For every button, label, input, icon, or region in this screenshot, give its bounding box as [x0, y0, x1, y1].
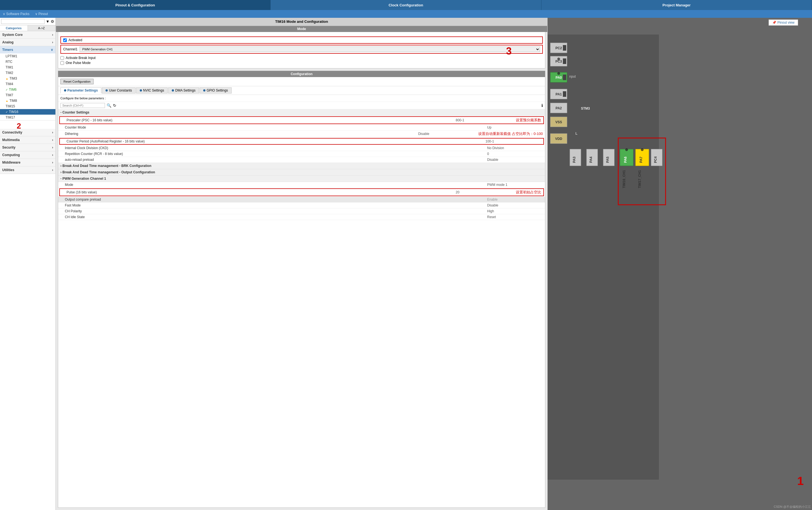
svg-point-40: [625, 148, 628, 151]
section-header-analog[interactable]: Analog ›: [0, 39, 55, 46]
reset-config-button[interactable]: Reset Configuration: [60, 79, 93, 84]
search-input[interactable]: [1, 19, 45, 24]
svg-text:PA3: PA3: [572, 156, 576, 163]
param-counter-period: Counter Period (AutoReload Register - 16…: [59, 138, 544, 145]
param-mode: Mode PWM mode 1: [58, 182, 545, 188]
section-utilities: Utilities ›: [0, 167, 55, 174]
section-computing: Computing ›: [0, 151, 55, 159]
output-header[interactable]: › Break And Dead Time management - Outpu…: [58, 169, 545, 176]
svg-point-38: [557, 72, 560, 75]
section-timers: Timers ∨ LPTIM1 RTC TIM1 TIM2 ▲TIM3 TIM4…: [0, 46, 55, 120]
config-toolbar: Reset Configuration: [58, 77, 545, 86]
param-prescaler: Prescaler (PSC - 16 bits value) 800-1 设置…: [59, 116, 544, 124]
sidebar-item-tim17[interactable]: TIM17: [0, 115, 55, 120]
pinout-view-button[interactable]: 📌 Pinout view: [768, 20, 798, 26]
sidebar-content: System Core › Analog › Timers ∨: [0, 31, 55, 510]
center-panel: TIM16 Mode and Configuration Mode Activa…: [56, 18, 548, 510]
break-input-checkbox[interactable]: [60, 56, 64, 60]
section-counter-settings: - Counter Settings Prescaler (PSC - 16 b…: [58, 109, 545, 163]
brk-header[interactable]: › Break And Dead Time management - BRK C…: [58, 163, 545, 169]
svg-text:TIM16_CH1: TIM16_CH1: [622, 170, 626, 188]
svg-text:VSS: VSS: [555, 120, 562, 124]
svg-rect-7: [563, 58, 566, 64]
config-tabs: Parameter Settings User Constants NVIC S…: [58, 86, 545, 95]
section-output: › Break And Dead Time management - Outpu…: [58, 169, 545, 176]
svg-rect-1: [548, 34, 659, 480]
warning-icon: ▲: [6, 99, 8, 102]
expand-icon: ▼: [46, 19, 50, 24]
section-header-connectivity[interactable]: Connectivity ›: [0, 129, 55, 136]
chevron-down-icon: ∨: [51, 48, 53, 52]
section-system-core: System Core ›: [0, 31, 55, 39]
sidebar-tab-bar: Categories A->Z: [0, 25, 55, 31]
channel-select[interactable]: PWM Generation CH1: [80, 47, 540, 52]
break-input-label: Activate Break Input: [66, 56, 95, 60]
svg-text:PA1: PA1: [556, 92, 562, 96]
section-header-timers[interactable]: Timers ∨: [0, 46, 55, 53]
top-navigation: Pinout & Configuration Clock Configurati…: [0, 0, 812, 10]
annotation-1: 1: [797, 474, 804, 488]
sidebar-item-tim2[interactable]: TIM2: [0, 70, 55, 76]
tab-parameter-settings[interactable]: Parameter Settings: [60, 87, 101, 93]
section-header-middleware[interactable]: Middleware ›: [0, 159, 55, 166]
subnav-pinout[interactable]: ∨ Pinout: [35, 12, 48, 16]
sidebar-item-tim15[interactable]: TIM15: [0, 103, 55, 109]
section-header-multimedia[interactable]: Multimedia ›: [0, 136, 55, 144]
pwm-gen-header[interactable]: - PWM Generation Channel 1: [58, 176, 545, 182]
sidebar-item-rtc[interactable]: RTC: [0, 59, 55, 64]
sidebar-item-tim8[interactable]: ▲TIM8: [0, 98, 55, 103]
sidebar-item-tim7[interactable]: TIM7: [0, 92, 55, 98]
tab-dot-dma: [172, 89, 174, 92]
sidebar-item-tim1[interactable]: TIM1: [0, 64, 55, 70]
sub-navigation: ∨ Software Packs ∨ Pinout: [0, 10, 812, 18]
nav-project[interactable]: Project Manager: [542, 0, 812, 10]
chevron-right-icon: ›: [52, 130, 53, 134]
tab-dma-settings[interactable]: DMA Settings: [168, 87, 199, 93]
svg-text:PA0: PA0: [556, 76, 562, 80]
subnav-software-packs[interactable]: ∨ Software Packs: [3, 12, 30, 16]
param-ch-polarity: CH Polarity High: [58, 208, 545, 214]
tab-categories[interactable]: Categories: [0, 25, 28, 31]
activated-label: Activated: [68, 38, 82, 42]
svg-text:PA5: PA5: [606, 156, 610, 163]
svg-rect-14: [563, 91, 566, 97]
activated-checkbox[interactable]: [63, 38, 67, 42]
section-connectivity: Connectivity ›: [0, 129, 55, 136]
tab-dot-param: [64, 89, 66, 92]
tab-az[interactable]: A->Z: [28, 25, 56, 31]
annotation-2: 2: [17, 122, 21, 130]
tab-dot-gpio: [203, 89, 205, 92]
check-icon: ✓: [6, 88, 8, 91]
sidebar-item-tim6[interactable]: ✓TIM6: [0, 87, 55, 92]
sidebar-item-tim16[interactable]: ✓TIM16: [0, 109, 55, 115]
param-ch-idle-state: CH Idle State Reset: [58, 214, 545, 220]
section-brk: › Break And Dead Time management - BRK C…: [58, 163, 545, 169]
settings-icon[interactable]: ⚙: [51, 19, 54, 24]
refresh-icon[interactable]: ↻: [113, 103, 116, 108]
chevron-right-icon: ›: [52, 146, 53, 149]
section-header-system-core[interactable]: System Core ›: [0, 31, 55, 38]
counter-settings-header[interactable]: - Counter Settings: [58, 109, 545, 116]
sidebar-item-tim4[interactable]: TIM4: [0, 81, 55, 87]
tab-dot-nvic: [140, 89, 142, 92]
section-analog: Analog ›: [0, 39, 55, 46]
one-pulse-checkbox[interactable]: [60, 61, 64, 65]
tab-nvic-settings[interactable]: NVIC Settings: [136, 87, 168, 93]
tab-gpio-settings[interactable]: GPIO Settings: [200, 87, 232, 93]
section-header-security[interactable]: Security ›: [0, 144, 55, 151]
config-desc: Configure the below parameters :: [58, 95, 545, 102]
config-search-input[interactable]: [60, 103, 105, 108]
svg-text:PA2: PA2: [556, 106, 562, 110]
nav-pinout[interactable]: Pinout & Configuration: [0, 0, 270, 10]
right-panel: 📌 Pinout view PC2 PC3 PA: [548, 18, 812, 510]
tab-user-constants[interactable]: User Constants: [102, 87, 136, 93]
section-header-utilities[interactable]: Utilities ›: [0, 167, 55, 174]
section-header-computing[interactable]: Computing ›: [0, 151, 55, 158]
param-dithering: Dithering Disable 设置自动重新装载值 占空比即为：0-100: [58, 130, 545, 138]
sidebar-item-lptim1[interactable]: LPTIM1: [0, 53, 55, 59]
nav-clock[interactable]: Clock Configuration: [270, 0, 541, 10]
sidebar-item-tim3[interactable]: ▲TIM3: [0, 76, 55, 81]
tab-dot-user: [106, 89, 108, 92]
sidebar: ▼ ⚙ Categories A->Z System Core ›: [0, 18, 56, 510]
search-icon: 🔍: [107, 103, 111, 108]
